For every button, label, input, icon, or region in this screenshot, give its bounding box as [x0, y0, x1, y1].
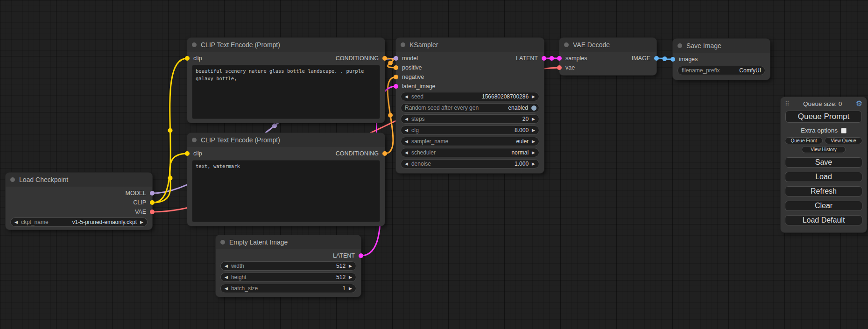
- vae-decode-title-bar[interactable]: VAE Decode: [559, 38, 656, 52]
- queue-front-button[interactable]: Queue Front: [785, 137, 823, 144]
- collapse-dot-icon[interactable]: [401, 42, 405, 47]
- load-default-button[interactable]: Load Default: [785, 215, 862, 225]
- clip-input-label: clip: [193, 150, 202, 157]
- decrement-arrow-icon[interactable]: ◀: [405, 162, 408, 166]
- clip-encode-positive-title-bar[interactable]: CLIP Text Encode (Prompt): [187, 38, 385, 52]
- node-vae-decode[interactable]: VAE Decode samples IMAGE vae: [559, 38, 656, 75]
- decrement-arrow-icon[interactable]: ◀: [405, 117, 408, 121]
- queue-small-buttons-row: Queue Front View Queue: [785, 137, 862, 144]
- filename-prefix-widget[interactable]: filename_prefix ComfyUI: [677, 66, 765, 75]
- queue-size-label: Queue size: 0: [790, 100, 856, 107]
- empty-latent-title-bar[interactable]: Empty Latent Image: [216, 235, 361, 249]
- decrement-arrow-icon[interactable]: ◀: [405, 151, 408, 155]
- decrement-arrow-icon[interactable]: ◀: [405, 140, 408, 144]
- images-input-port[interactable]: [670, 57, 675, 62]
- conditioning-output-label: CONDITIONING: [336, 55, 379, 62]
- samples-input-port[interactable]: [557, 56, 562, 61]
- steps-widget[interactable]: ◀ steps 20 ▶: [401, 114, 539, 124]
- decrement-arrow-icon[interactable]: ◀: [14, 220, 18, 224]
- collapse-dot-icon[interactable]: [10, 177, 15, 182]
- widget-value: 8.000: [515, 127, 529, 133]
- save-button[interactable]: Save: [785, 157, 862, 168]
- wire-midpoint-dot: [168, 128, 173, 133]
- slot-row: VAE: [6, 207, 152, 217]
- view-history-button[interactable]: View History: [802, 146, 846, 153]
- conditioning-output-port[interactable]: [382, 56, 387, 61]
- increment-arrow-icon[interactable]: ▶: [532, 162, 535, 166]
- height-widget[interactable]: ◀ height 512 ▶: [220, 273, 356, 282]
- increment-arrow-icon[interactable]: ▶: [349, 264, 352, 268]
- conditioning-output-port[interactable]: [382, 151, 387, 156]
- drag-handle-icon[interactable]: ⠿: [785, 100, 790, 107]
- decrement-arrow-icon[interactable]: ◀: [225, 264, 228, 268]
- clip-input-port[interactable]: [185, 56, 190, 61]
- decrement-arrow-icon[interactable]: ◀: [225, 275, 228, 280]
- increment-arrow-icon[interactable]: ▶: [349, 275, 352, 280]
- random-seed-widget[interactable]: Random seed after every gen enabled: [401, 103, 539, 112]
- latent-output-port[interactable]: [542, 56, 546, 61]
- view-queue-button[interactable]: View Queue: [825, 137, 862, 144]
- node-clip-text-encode-negative[interactable]: CLIP Text Encode (Prompt) clip CONDITION…: [187, 133, 385, 226]
- increment-arrow-icon[interactable]: ▶: [349, 287, 352, 291]
- collapse-dot-icon[interactable]: [220, 240, 225, 245]
- increment-arrow-icon[interactable]: ▶: [532, 151, 535, 155]
- latent-image-input-port[interactable]: [394, 84, 398, 89]
- sampler-name-widget[interactable]: ◀ sampler_name euler ▶: [401, 137, 539, 146]
- image-output-port[interactable]: [654, 56, 659, 61]
- vae-output-port[interactable]: [150, 210, 155, 214]
- model-input-label: model: [402, 55, 418, 62]
- clip-output-port[interactable]: [150, 200, 155, 205]
- node-empty-latent-image[interactable]: Empty Latent Image LATENT ◀ width 512 ▶ …: [216, 235, 361, 297]
- save-image-title-bar[interactable]: Save Image: [673, 39, 770, 53]
- queue-prompt-button[interactable]: Queue Prompt: [785, 111, 862, 123]
- decrement-arrow-icon[interactable]: ◀: [405, 128, 408, 133]
- settings-gear-icon[interactable]: ⚙: [856, 100, 862, 107]
- random-seed-toggle[interactable]: [531, 105, 536, 111]
- node-save-image[interactable]: Save Image images filename_prefix ComfyU…: [673, 39, 770, 80]
- widget-value: 156680208700286: [482, 93, 529, 100]
- node-load-checkpoint[interactable]: Load Checkpoint MODEL CLIP VAE ◀ ckpt_na…: [6, 173, 152, 230]
- load-checkpoint-title-bar[interactable]: Load Checkpoint: [6, 173, 152, 187]
- decrement-arrow-icon[interactable]: ◀: [405, 95, 408, 99]
- node-clip-text-encode-positive[interactable]: CLIP Text Encode (Prompt) clip CONDITION…: [187, 38, 385, 123]
- positive-input-port[interactable]: [394, 65, 398, 70]
- denoise-widget[interactable]: ◀ denoise 1.000 ▶: [401, 159, 539, 168]
- node-ksampler[interactable]: KSampler model LATENT positive negative …: [396, 38, 544, 173]
- collapse-dot-icon[interactable]: [677, 43, 682, 48]
- ckpt-name-widget[interactable]: ◀ ckpt_name v1-5-pruned-emaonly.ckpt ▶: [10, 217, 148, 227]
- decrement-arrow-icon[interactable]: ◀: [225, 287, 228, 291]
- negative-prompt-textarea[interactable]: text, watermark: [192, 160, 380, 222]
- seed-widget[interactable]: ◀ seed 156680208700286 ▶: [401, 92, 539, 101]
- ksampler-title-bar[interactable]: KSampler: [396, 38, 544, 52]
- extra-options-checkbox[interactable]: [841, 128, 847, 133]
- scheduler-widget[interactable]: ◀ scheduler normal ▶: [401, 148, 539, 157]
- collapse-dot-icon[interactable]: [192, 138, 197, 142]
- widget-value: euler: [516, 138, 529, 145]
- width-widget[interactable]: ◀ width 512 ▶: [220, 261, 356, 271]
- positive-prompt-textarea[interactable]: beautiful scenery nature glass bottle la…: [192, 65, 380, 119]
- batch-size-widget[interactable]: ◀ batch_size 1 ▶: [220, 284, 356, 293]
- increment-arrow-icon[interactable]: ▶: [140, 220, 143, 224]
- refresh-button[interactable]: Refresh: [785, 186, 862, 196]
- extra-options-row: Extra options: [781, 127, 867, 134]
- increment-arrow-icon[interactable]: ▶: [532, 95, 535, 99]
- widget-label: height: [231, 274, 247, 280]
- widget-label: filename_prefix: [682, 67, 720, 74]
- clip-input-port[interactable]: [185, 151, 190, 156]
- increment-arrow-icon[interactable]: ▶: [532, 140, 535, 144]
- clear-button[interactable]: Clear: [785, 201, 862, 211]
- model-input-port[interactable]: [394, 56, 398, 61]
- increment-arrow-icon[interactable]: ▶: [532, 117, 535, 121]
- collapse-dot-icon[interactable]: [192, 42, 197, 47]
- vae-input-port[interactable]: [557, 65, 562, 70]
- increment-arrow-icon[interactable]: ▶: [532, 128, 535, 133]
- collapse-dot-icon[interactable]: [564, 42, 569, 47]
- cfg-widget[interactable]: ◀ cfg 8.000 ▶: [401, 126, 539, 135]
- model-output-port[interactable]: [150, 191, 155, 196]
- latent-output-port[interactable]: [359, 253, 363, 258]
- negative-input-port[interactable]: [394, 75, 398, 79]
- wire-midpoint-dot: [550, 56, 554, 61]
- clip-encode-negative-title-bar[interactable]: CLIP Text Encode (Prompt): [187, 133, 385, 147]
- wire-midpoint-dot: [663, 56, 667, 61]
- load-button[interactable]: Load: [785, 172, 862, 182]
